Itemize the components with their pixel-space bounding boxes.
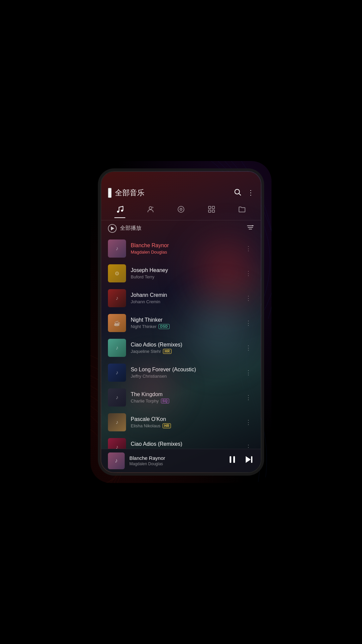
song-thumbnail: ⚙ (108, 264, 126, 282)
play-triangle-icon (111, 226, 114, 230)
svg-marker-16 (246, 456, 251, 463)
song-item[interactable]: ♪ So Long Forever (Acoustic) Jeffry Chri… (101, 360, 261, 385)
search-icon[interactable] (234, 189, 241, 198)
music-note-icon (116, 205, 124, 215)
song-subtitle: Elisha Nikolaus HR (131, 423, 238, 428)
song-info: Johann Cremin Johann Cremin (131, 292, 238, 304)
back-button[interactable]: ‹ (108, 188, 112, 198)
header-icons: ⋮ (234, 189, 254, 198)
tab-folder[interactable] (233, 204, 251, 217)
song-subtitle: Johann Cremin (131, 299, 238, 304)
song-thumbnail: ♪ (108, 239, 126, 258)
more-options-icon[interactable]: ⋮ (247, 189, 254, 198)
song-list: ♪ Blanche Raynor Magdalen Douglas ⋮ ⚙ Jo… (101, 236, 261, 449)
svg-line-1 (239, 193, 241, 195)
song-artist: Elisha Nikolaus (131, 423, 161, 428)
song-subtitle: Magdalen Douglas (131, 250, 238, 255)
skip-next-button[interactable] (244, 454, 254, 467)
quality-badge: DSD (159, 324, 170, 329)
svg-rect-15 (233, 456, 235, 463)
song-more-button[interactable]: ⋮ (243, 442, 254, 449)
song-info: Night Thinker Night Thinker DSD (131, 317, 238, 329)
song-item[interactable]: ⚙ Joseph Heaney Buford Terry ⋮ (101, 261, 261, 286)
now-playing-title: Blanche Raynor (129, 455, 227, 461)
person-icon (146, 205, 155, 215)
vinyl-icon (177, 205, 185, 215)
now-playing-thumbnail: ♪ (108, 452, 125, 469)
song-item[interactable]: ♪ Johann Cremin Johann Cremin ⋮ (101, 286, 261, 311)
tab-album[interactable] (172, 204, 190, 217)
song-info: Ciao Adios (Remixes) Willis Osinski (131, 441, 238, 449)
song-title: Ciao Adios (Remixes) (131, 441, 238, 447)
song-subtitle: Buford Terry (131, 274, 238, 279)
song-thumbnail: ♪ (108, 438, 126, 449)
svg-rect-10 (212, 210, 215, 212)
song-info: Pascale O'Kon Elisha Nikolaus HR (131, 416, 238, 428)
svg-point-2 (117, 211, 119, 213)
song-artist: Charlie Torphy (131, 398, 159, 404)
tab-playlist[interactable] (202, 204, 221, 217)
song-title: Ciao Adios (Remixes) (131, 342, 238, 348)
tab-music[interactable] (111, 204, 129, 217)
song-artist: Johann Cremin (131, 299, 160, 304)
song-title: So Long Forever (Acoustic) (131, 367, 238, 373)
play-circle-icon (108, 224, 117, 233)
song-artist: Jaqueline Stehr (131, 349, 161, 354)
song-info: The Kingdom Charlie Torphy SQ (131, 391, 238, 404)
play-all-bar: 全部播放 (101, 220, 261, 236)
page-title: 全部音乐 (115, 188, 234, 198)
song-more-button[interactable]: ⋮ (243, 318, 254, 328)
svg-rect-17 (251, 456, 252, 463)
filter-icon[interactable] (247, 224, 254, 233)
song-more-button[interactable]: ⋮ (243, 392, 254, 402)
now-playing-bar[interactable]: ♪ Blanche Raynor Magdalen Douglas (101, 449, 261, 472)
tab-artist[interactable] (141, 204, 160, 217)
song-more-button[interactable]: ⋮ (243, 293, 254, 303)
svg-rect-9 (208, 210, 211, 212)
svg-point-3 (121, 210, 123, 212)
song-item[interactable]: ♪ Ciao Adios (Remixes) Willis Osinski ⋮ (101, 435, 261, 449)
svg-rect-14 (230, 456, 231, 463)
grid-icon (207, 205, 216, 215)
song-title: Night Thinker (131, 317, 238, 323)
song-artist: Jeffry Christiansen (131, 374, 167, 379)
song-item[interactable]: ☕ Night Thinker Night Thinker DSD ⋮ (101, 311, 261, 335)
song-title: The Kingdom (131, 391, 238, 397)
status-bar (101, 172, 261, 185)
tab-bar (101, 202, 261, 220)
song-subtitle: Charlie Torphy SQ (131, 398, 238, 404)
song-artist: Buford Terry (131, 274, 155, 279)
song-more-button[interactable]: ⋮ (243, 268, 254, 278)
song-info: Ciao Adios (Remixes) Jaqueline Stehr HR (131, 342, 238, 354)
now-playing-controls (227, 454, 254, 467)
song-artist: Night Thinker (131, 324, 157, 329)
song-thumbnail: ♪ (108, 289, 126, 307)
svg-point-5 (178, 206, 184, 212)
song-more-button[interactable]: ⋮ (243, 244, 254, 254)
play-all-label: 全部播放 (120, 225, 141, 232)
song-info: Blanche Raynor Magdalen Douglas (131, 243, 238, 255)
song-item[interactable]: ♪ Ciao Adios (Remixes) Jaqueline Stehr H… (101, 335, 261, 360)
song-subtitle: Jaqueline Stehr HR (131, 349, 238, 354)
song-more-button[interactable]: ⋮ (243, 417, 254, 427)
song-title: Joseph Heaney (131, 267, 238, 273)
now-playing-info: Blanche Raynor Magdalen Douglas (129, 455, 227, 466)
song-subtitle: Jeffry Christiansen (131, 374, 238, 379)
play-all-button[interactable]: 全部播放 (108, 224, 247, 233)
header: ‹ 全部音乐 ⋮ (101, 185, 261, 202)
song-title: Johann Cremin (131, 292, 238, 298)
pause-button[interactable] (227, 454, 237, 467)
song-more-button[interactable]: ⋮ (243, 368, 254, 378)
now-playing-artist: Magdalen Douglas (129, 462, 227, 466)
svg-rect-7 (208, 206, 211, 209)
song-item[interactable]: ♪ The Kingdom Charlie Torphy SQ ⋮ (101, 385, 261, 410)
quality-badge: HR (163, 423, 171, 428)
song-item[interactable]: ♪ Pascale O'Kon Elisha Nikolaus HR ⋮ (101, 410, 261, 435)
song-subtitle: Night Thinker DSD (131, 324, 238, 329)
quality-badge: SQ (161, 398, 169, 404)
svg-rect-8 (212, 206, 215, 209)
song-thumbnail: ♪ (108, 364, 126, 382)
song-artist: Magdalen Douglas (131, 250, 167, 255)
song-item[interactable]: ♪ Blanche Raynor Magdalen Douglas ⋮ (101, 236, 261, 261)
song-more-button[interactable]: ⋮ (243, 343, 254, 353)
